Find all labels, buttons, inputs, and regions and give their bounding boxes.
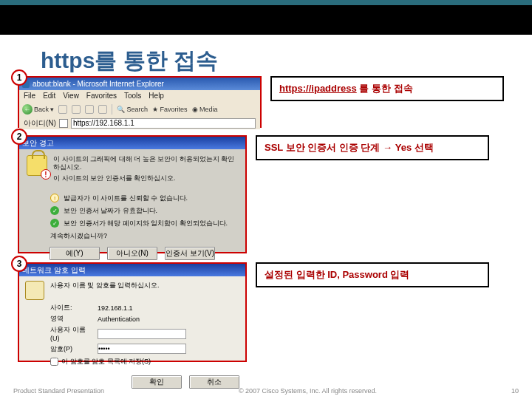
address-label: 아이디(N) [24,118,56,129]
remember-checkbox[interactable] [50,358,58,366]
step-1-description: https://ipaddress 를 통한 접속 [270,76,504,101]
footer-mid: © 2007 Cisco Systems, Inc. All rights re… [239,387,377,395]
alert-question: 계속하시겠습니까? [50,231,238,241]
key-shield-icon [25,281,44,300]
step-1-desc-link: https://ipaddress [279,83,357,94]
username-input[interactable] [98,329,186,339]
back-button[interactable]: ←Back▾ [22,104,54,115]
header-band [0,5,532,35]
alert-cert-list: !발급자가 이 사이트를 신뢰할 수 없습니다. ✓보안 인증서 날짜가 유효합… [19,191,245,244]
ie-menubar: File Edit View Favorites Tools Help [19,90,260,102]
alert-button-row: 예(Y) 아니오(N) 인증서 보기(V) [19,244,245,263]
home-icon[interactable] [98,105,107,114]
alert-titlebar: 보안 경고 [19,137,245,149]
favorites-button[interactable]: ★ Favorites [152,106,188,113]
check-icon: ✓ [50,206,59,215]
step-2-screenshot: 2 보안 경고 ! 이 사이트의 그래픽에 대해 더 높은 보안이 허용되었는지… [18,135,247,253]
page-number: 10 [511,387,519,395]
slide: https를 통한 접속 1 about:blank - Microsoft I… [0,0,532,399]
auth-title: 네트워크 암호 입력 [22,265,86,276]
no-button[interactable]: 아니오(N) [107,247,157,260]
step-badge-2: 2 [11,129,27,145]
auth-body: 사용자 이름 및 암호를 입력하십시오. 사이트:192.168.1.1 영역A… [19,276,245,374]
ie-titlebar: about:blank - Microsoft Internet Explore… [19,78,260,90]
step-1-row: 1 about:blank - Microsoft Internet Explo… [18,76,514,128]
alert-body: ! 이 사이트의 그래픽에 대해 더 높은 보안이 허용되었는지 확인하십시오.… [19,149,245,191]
chevron-down-icon: ▾ [50,106,54,113]
menu-tools[interactable]: Tools [124,92,141,100]
yes-button[interactable]: 예(Y) [50,247,100,260]
step-1-screenshot: 1 about:blank - Microsoft Internet Explo… [18,76,262,128]
refresh-icon[interactable] [85,105,94,114]
back-label: Back [34,106,49,113]
username-label: 사용자 이름(U) [50,325,92,342]
step-2-row: 2 보안 경고 ! 이 사이트의 그래픽에 대해 더 높은 보안이 허용되었는지… [18,135,514,253]
menu-view[interactable]: View [63,92,79,100]
view-cert-button[interactable]: 인증서 보기(V) [165,247,215,260]
alert-message: 이 사이트의 그래픽에 대해 더 높은 보안이 허용되었는지 확인하십시오. 이… [53,155,238,185]
brand-stripe [0,0,532,5]
cert-line-1: 발급자가 이 사이트를 신뢰할 수 없습니다. [64,194,188,203]
ie-toolbar: ←Back▾ 🔍 Search ★ Favorites ◉ Media [19,102,260,117]
cert-line-2: 보안 인증서 날짜가 유효합니다. [64,206,157,216]
menu-edit[interactable]: Edit [43,92,55,100]
stop-icon[interactable] [72,105,81,114]
step-badge-1: 1 [11,69,27,86]
check-icon: ✓ [50,219,59,228]
footer: Product Standard Presentation © 2007 Cis… [13,387,519,395]
lock-warning-icon: ! [27,155,47,176]
alert-msg-2: 이 사이트의 보안 인증서를 확인하십시오. [53,174,238,183]
alert-msg-1: 이 사이트의 그래픽에 대해 더 높은 보안이 허용되었는지 확인하십시오. [53,155,238,171]
menu-help[interactable]: Help [149,92,164,100]
site-value: 192.168.1.1 [98,304,133,312]
step-badge-3: 3 [11,256,27,272]
warn-icon: ! [50,194,59,202]
media-button[interactable]: ◉ Media [192,106,218,113]
menu-favorites[interactable]: Favorites [86,92,117,100]
step-3-description: 설정된 입력한 ID, Password 입력 [256,262,489,287]
back-arrow-icon: ← [22,104,33,115]
address-input[interactable] [71,118,256,129]
remember-label: 이 암호를 암호 목록에 저장(S) [61,357,151,366]
auth-titlebar: 네트워크 암호 입력 [19,264,245,276]
slide-title: https를 통한 접속 [41,46,218,76]
forward-button[interactable] [58,105,67,114]
ie-title-text: about:blank - Microsoft Internet Explore… [33,80,164,88]
divider [112,104,112,115]
step-1-desc-rest: 를 통한 접속 [357,83,413,94]
step-2-description: SSL 보안 인증서 인증 단계 → Yes 선택 [256,135,489,160]
password-label: 암호(P) [50,344,92,354]
cert-line-3: 보안 인증서가 해당 페이지와 일치함이 확인되었습니다. [64,219,228,228]
realm-value: Authentication [98,316,140,323]
page-icon [59,119,68,128]
realm-label: 영역 [50,314,92,324]
step-3-row: 3 네트워크 암호 입력 사용자 이름 및 암호를 입력하십시오. 사이트:19… [18,262,514,362]
alert-title: 보안 경고 [22,138,54,149]
site-label: 사이트: [50,303,92,313]
password-input[interactable] [98,344,186,354]
search-button[interactable]: 🔍 Search [117,106,148,113]
step-3-screenshot: 3 네트워크 암호 입력 사용자 이름 및 암호를 입력하십시오. 사이트:19… [18,262,247,362]
auth-prompt: 사용자 이름 및 암호를 입력하십시오. [50,281,160,290]
menu-file[interactable]: File [24,92,35,100]
address-bar: 아이디(N) [19,117,260,129]
footer-left: Product Standard Presentation [13,387,104,395]
